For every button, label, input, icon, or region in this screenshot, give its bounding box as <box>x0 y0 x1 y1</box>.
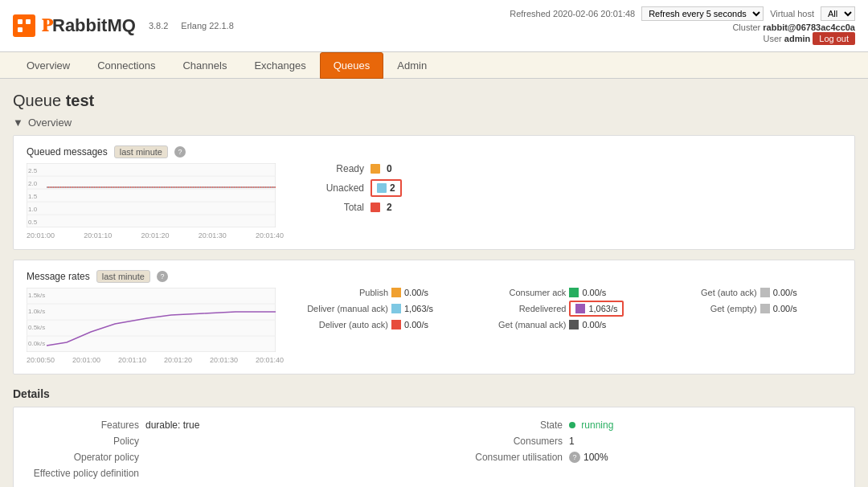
refresh-select[interactable]: Refresh every 5 seconds <box>641 6 764 21</box>
rates-legend: Publish 0.00/s Consumer ack 0.00/s Get (… <box>300 288 841 364</box>
deliver-auto-label: Deliver (auto ack) <box>300 320 388 329</box>
version: 3.8.2 <box>149 21 168 31</box>
features-value: durable: true <box>145 419 199 431</box>
queued-messages-content: 2.5 2.0 1.5 1.0 0.5 20:01:00 20:01:10 20… <box>27 163 841 239</box>
redelivered-dot <box>575 304 585 313</box>
total-dot <box>371 203 380 212</box>
queued-messages-title-row: Queued messages last minute ? <box>27 145 841 158</box>
logout-button[interactable]: Log out <box>813 32 855 45</box>
rate-consumer-ack: Consumer ack 0.00/s <box>493 288 668 297</box>
svg-text:0.0k/s: 0.0k/s <box>28 340 45 347</box>
policy-label: Policy <box>27 436 139 447</box>
rate-get-manual: Get (manual ack) 0.00/s <box>493 320 668 329</box>
queued-chart-x-labels: 20:01:00 20:01:10 20:01:20 20:01:30 20:0… <box>27 231 284 239</box>
user-label: User <box>764 34 782 43</box>
rx-0: 20:00:50 <box>27 356 55 364</box>
rx-1: 20:01:00 <box>72 356 100 364</box>
op-policy-row: Operator policy <box>27 449 418 465</box>
message-rates-panel: Message rates last minute ? 1.5k/s 1.0k/… <box>13 260 855 374</box>
header-right: Refreshed 2020-02-06 20:01:48 Refresh ev… <box>510 6 855 45</box>
overview-label: Overview <box>28 117 72 129</box>
logo-icon <box>13 14 35 37</box>
svg-text:0.5k/s: 0.5k/s <box>28 324 45 331</box>
logo: 𝐏RabbitMQ 3.8.2 Erlang 22.1.8 <box>13 14 234 37</box>
page-title-name: test <box>66 92 95 109</box>
rx-5: 20:01:40 <box>256 356 284 364</box>
get-auto-label: Get (auto ack) <box>685 288 757 297</box>
details-title: Details <box>13 387 855 400</box>
rates-title-row: Message rates last minute ? <box>27 270 841 283</box>
get-auto-dot <box>760 288 770 297</box>
unacked-legend-row: Unacked 2 <box>300 179 841 197</box>
nav-exchanges[interactable]: Exchanges <box>240 52 319 79</box>
svg-rect-0 <box>18 19 23 24</box>
queued-messages-chart-area: 2.5 2.0 1.5 1.0 0.5 20:01:00 20:01:10 20… <box>27 163 284 239</box>
queued-messages-legend: Ready 0 Unacked 2 Total <box>300 163 841 218</box>
queued-messages-help[interactable]: ? <box>174 146 186 158</box>
ready-dot <box>371 164 380 174</box>
svg-text:0.5: 0.5 <box>28 219 38 226</box>
nav-admin[interactable]: Admin <box>383 52 440 79</box>
nav-connections[interactable]: Connections <box>84 52 169 79</box>
x-label-0: 20:01:00 <box>27 231 55 239</box>
deliver-manual-dot <box>391 304 401 313</box>
queued-messages-chart: 2.5 2.0 1.5 1.0 0.5 <box>27 163 276 227</box>
details-section: Details Features durable: true Policy Op… <box>13 387 855 487</box>
details-left-col: Features durable: true Policy Operator p… <box>27 417 418 481</box>
publish-value: 0.00/s <box>404 288 428 297</box>
queued-messages-time[interactable]: last minute <box>114 145 168 158</box>
main: Queue test ▼ Overview Queued messages la… <box>0 79 868 487</box>
total-label: Total <box>300 202 364 213</box>
state-row: State running <box>450 417 841 433</box>
unacked-dot <box>377 183 387 193</box>
x-label-3: 20:01:30 <box>199 231 227 239</box>
refreshed-text: Refreshed 2020-02-06 20:01:48 <box>510 9 635 18</box>
nav-queues[interactable]: Queues <box>320 52 384 79</box>
nav-overview[interactable]: Overview <box>13 52 84 79</box>
redelivered-label: Redelivered <box>493 304 566 313</box>
overview-section-header[interactable]: ▼ Overview <box>13 117 855 129</box>
state-label: State <box>450 419 563 431</box>
details-cols: Features durable: true Policy Operator p… <box>27 417 841 481</box>
header: 𝐏RabbitMQ 3.8.2 Erlang 22.1.8 Refreshed … <box>0 0 868 52</box>
state-dot <box>569 422 575 428</box>
redelivered-value: 1,063/s <box>588 304 617 313</box>
x-label-2: 20:01:20 <box>141 231 169 239</box>
svg-text:1.0k/s: 1.0k/s <box>28 308 45 315</box>
unacked-label: Unacked <box>300 182 364 194</box>
username: admin <box>784 34 810 43</box>
deliver-auto-value: 0.00/s <box>404 320 428 329</box>
page-title: Queue test <box>13 92 855 110</box>
rates-content: 1.5k/s 1.0k/s 0.5k/s 0.0k/s 20:00:50 20:… <box>27 288 841 364</box>
state-value: running <box>569 419 613 431</box>
rates-help[interactable]: ? <box>157 271 168 282</box>
nav: Overview Connections Channels Exchanges … <box>0 52 868 79</box>
nav-channels[interactable]: Channels <box>169 52 240 79</box>
svg-rect-3 <box>27 163 276 227</box>
publish-label: Publish <box>300 288 388 297</box>
deliver-manual-value: 1,063/s <box>404 304 433 313</box>
get-manual-label: Get (manual ack) <box>493 320 566 329</box>
consumers-value: 1 <box>569 436 575 447</box>
eff-policy-row: Effective policy definition <box>27 465 418 481</box>
ready-value: 0 <box>387 163 392 174</box>
consumer-util-label: Consumer utilisation <box>450 452 563 463</box>
get-empty-dot <box>760 304 770 313</box>
virtual-host-select[interactable]: All <box>821 6 855 21</box>
rates-time[interactable]: last minute <box>96 270 150 283</box>
refresh-row: Refreshed 2020-02-06 20:01:48 Refresh ev… <box>510 6 855 21</box>
deliver-manual-label: Deliver (manual ack) <box>300 304 388 313</box>
svg-rect-2 <box>18 27 23 32</box>
details-panel: Features durable: true Policy Operator p… <box>13 407 855 487</box>
details-right-col: State running Consumers 1 Consumer utili… <box>450 417 841 481</box>
ready-label: Ready <box>300 163 364 174</box>
erlang-version: Erlang 22.1.8 <box>181 21 233 31</box>
publish-dot <box>391 288 401 297</box>
get-manual-value: 0.00/s <box>582 320 606 329</box>
consumer-util-help[interactable]: ? <box>569 452 580 463</box>
svg-text:1.5: 1.5 <box>28 193 38 200</box>
op-policy-label: Operator policy <box>27 452 139 463</box>
user-info: User admin Log out <box>510 32 855 45</box>
features-label: Features <box>27 419 139 431</box>
features-row: Features durable: true <box>27 417 418 433</box>
